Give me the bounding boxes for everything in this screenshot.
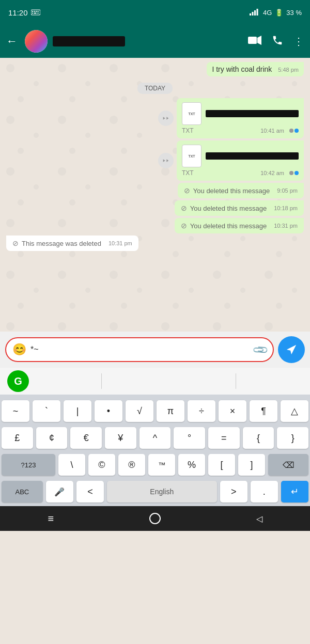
tick-2b (295, 171, 299, 175)
svg-rect-9 (252, 12, 254, 15)
svg-rect-12 (248, 37, 257, 44)
video-icon (248, 36, 261, 45)
msg-ticks-2 (289, 171, 299, 175)
kb-key-percent[interactable]: % (178, 454, 205, 476)
kb-key-space[interactable]: English (107, 481, 217, 502)
avatar[interactable] (25, 30, 48, 53)
status-bar: 11:20 4G 🔋 33 % (0, 0, 310, 25)
kb-key-123[interactable]: ?123 (2, 454, 55, 476)
no-entry-icon-3: ⊘ (181, 222, 187, 230)
emoji-button[interactable]: 😊 (12, 343, 26, 356)
kb-key-sqrt[interactable]: √ (126, 400, 153, 422)
txt-bubble-1: TXT TXT 10:41 am (177, 98, 304, 138)
forward-icon-1 (158, 111, 174, 126)
msg-ticks-1 (289, 129, 299, 133)
message-input-box[interactable]: 😊 *~ 📎 (5, 337, 274, 362)
date-separator: TODAY (137, 83, 173, 94)
txt-message-2: TXT TXT 10:42 am (6, 140, 304, 181)
message-input[interactable]: *~ (30, 345, 250, 354)
kb-row-1: ~ ` | • √ π ÷ × ¶ △ (0, 398, 310, 425)
status-left: 11:20 (8, 8, 40, 17)
txt-file-row-2: TXT (182, 145, 299, 167)
kb-key-tilde[interactable]: ~ (2, 400, 29, 422)
tick-2a (289, 171, 293, 175)
svg-rect-2 (34, 11, 35, 12)
nav-menu-button[interactable]: ≡ (48, 513, 54, 525)
kb-key-copyright[interactable]: © (88, 454, 115, 476)
svg-rect-5 (32, 13, 33, 14)
kb-key-rbracket[interactable]: ] (238, 454, 265, 476)
no-entry-icon-in: ⊘ (12, 239, 19, 247)
keyboard: ~ ` | • √ π ÷ × ¶ △ £ ¢ € ¥ ^ ° = { } ?1… (0, 395, 310, 506)
kb-key-pound[interactable]: £ (2, 427, 33, 449)
kb-key-degree[interactable]: ° (174, 427, 205, 449)
grammarly-button[interactable]: G (7, 370, 29, 392)
deleted-message-1: ⊘ You deleted this message 9:05 pm (178, 183, 304, 198)
attach-button[interactable]: 📎 (251, 341, 269, 359)
kb-key-microphone[interactable]: 🎤 (46, 481, 73, 502)
divider-2 (236, 373, 236, 389)
kb-key-pilcrow[interactable]: ¶ (250, 400, 277, 422)
svg-rect-0 (31, 10, 40, 15)
kb-key-pi[interactable]: π (157, 400, 184, 422)
kb-key-abc[interactable]: ABC (2, 481, 43, 502)
kb-key-bullet[interactable]: • (95, 400, 122, 422)
kb-key-enter[interactable]: ↵ (281, 481, 308, 502)
kb-key-times[interactable]: × (219, 400, 246, 422)
video-call-button[interactable] (248, 36, 261, 48)
kb-key-caret[interactable]: ^ (140, 427, 171, 449)
txt-bubble-2: TXT TXT 10:42 am (177, 140, 304, 181)
kb-key-equals[interactable]: = (208, 427, 240, 449)
svg-rect-1 (32, 11, 33, 12)
nav-back-button[interactable]: ◁ (256, 514, 262, 524)
battery-icon: 🔋 (275, 9, 283, 17)
kb-row-3: ?123 \ © ® ™ % [ ] ⌫ (0, 451, 310, 478)
txt-message-1: TXT TXT 10:41 am (6, 98, 304, 138)
no-entry-icon-2: ⊘ (181, 204, 187, 212)
no-entry-icon-1: ⊘ (184, 186, 190, 195)
tick-1b (295, 129, 299, 133)
nav-home-button[interactable] (149, 513, 161, 524)
kb-key-triangle[interactable]: △ (281, 400, 308, 422)
svg-rect-8 (250, 13, 251, 15)
msg-meta-2: TXT 10:42 am (182, 169, 299, 177)
send-button[interactable] (278, 336, 305, 363)
divider-1 (101, 373, 102, 389)
kb-key-greater-than[interactable]: > (220, 481, 247, 502)
kb-key-div[interactable]: ÷ (188, 400, 215, 422)
kb-key-euro[interactable]: € (70, 427, 102, 449)
header-icons: ⋮ (248, 35, 304, 49)
phone-icon (272, 35, 283, 46)
kb-key-registered[interactable]: ® (118, 454, 145, 476)
kb-key-yen[interactable]: ¥ (105, 427, 136, 449)
svg-rect-4 (37, 11, 38, 12)
svg-rect-10 (254, 10, 256, 15)
avatar-image (25, 30, 48, 53)
kb-key-period[interactable]: . (251, 481, 278, 502)
forward-arrow-icon-2 (162, 156, 170, 165)
kb-key-tm[interactable]: ™ (148, 454, 175, 476)
kb-key-rbrace[interactable]: } (277, 427, 308, 449)
contact-name-block[interactable] (53, 36, 243, 46)
txt-file-icon-1: TXT (182, 102, 202, 125)
kb-key-less-than[interactable]: < (76, 481, 104, 502)
kb-key-backspace[interactable]: ⌫ (268, 454, 308, 476)
kb-key-pipe[interactable]: | (64, 400, 91, 422)
kb-key-cent[interactable]: ¢ (36, 427, 68, 449)
kb-key-backtick[interactable]: ` (33, 400, 60, 422)
txt-file-row-1: TXT (182, 102, 299, 125)
more-options-button[interactable]: ⋮ (293, 35, 304, 48)
txt-file-icon-2: TXT (182, 145, 202, 167)
chat-header: ← ⋮ (0, 25, 310, 58)
msg-meta-1: TXT 10:41 am (182, 127, 299, 134)
kb-key-lbracket[interactable]: [ (208, 454, 235, 476)
signal-bars (250, 8, 260, 15)
deleted-message-2: ⊘ You deleted this message 10:18 pm (175, 200, 304, 216)
kb-key-lbrace[interactable]: { (243, 427, 274, 449)
filename-redacted-1 (206, 110, 299, 117)
status-time: 11:20 (8, 8, 28, 17)
voice-call-button[interactable] (272, 35, 283, 49)
kb-key-backslash[interactable]: \ (58, 454, 85, 476)
send-icon (286, 344, 297, 355)
back-button[interactable]: ← (6, 35, 18, 48)
